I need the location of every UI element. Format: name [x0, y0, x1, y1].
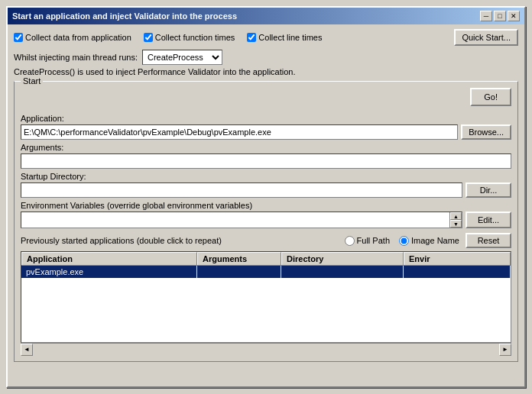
table-row[interactable]: pvExample.exe [21, 266, 511, 278]
startup-dir-input-row: Dir... [21, 182, 511, 198]
full-path-radio-label[interactable]: Full Path [345, 236, 390, 246]
row-environ [404, 266, 511, 278]
reset-button[interactable]: Reset [466, 233, 511, 248]
scroll-left-btn[interactable]: ◄ [21, 344, 33, 356]
arguments-input[interactable] [21, 153, 511, 169]
collect-line-times-checkbox-label[interactable]: Collect line times [247, 33, 322, 42]
collect-data-checkbox-label[interactable]: Collect data from application [14, 33, 131, 42]
env-scroll-down[interactable]: ▼ [450, 220, 462, 228]
row-directory [281, 266, 404, 278]
image-name-radio[interactable] [399, 236, 409, 246]
startup-dir-label: Startup Directory: [21, 172, 511, 181]
image-name-radio-label[interactable]: Image Name [399, 236, 459, 246]
application-row: Application: Browse... [21, 114, 511, 140]
full-path-radio[interactable] [345, 236, 355, 246]
start-group-box: Start Go! Application: Browse... Argumen… [14, 81, 518, 362]
collect-function-times-checkbox-label[interactable]: Collect function times [144, 33, 235, 42]
close-button[interactable]: ✕ [508, 11, 520, 21]
go-button[interactable]: Go! [470, 88, 511, 106]
env-vars-row: Environment Variables (override global e… [21, 201, 511, 228]
col-directory: Directory [281, 252, 404, 265]
env-vars-input-row: ▲ ▼ Edit... [21, 212, 511, 228]
collect-data-checkbox[interactable] [14, 33, 23, 42]
arguments-label: Arguments: [21, 143, 511, 152]
edit-button[interactable]: Edit... [466, 212, 511, 228]
row-arguments [197, 266, 281, 278]
table-body: pvExample.exe [21, 266, 511, 342]
minimize-button[interactable]: ─ [480, 11, 492, 21]
scroll-right-btn[interactable]: ► [499, 344, 511, 356]
application-label: Application: [21, 114, 511, 123]
main-window: Start an application and inject Validato… [6, 6, 526, 388]
window-content: Collect data from application Collect fu… [8, 24, 524, 367]
quick-start-button[interactable]: Quick Start... [454, 29, 518, 46]
application-input[interactable] [21, 124, 458, 140]
startup-dir-row: Startup Directory: Dir... [21, 172, 511, 198]
prev-apps-table: Application Arguments Directory Envir pv… [21, 251, 511, 343]
col-arguments: Arguments [197, 252, 281, 265]
row-application: pvExample.exe [21, 266, 197, 278]
prev-started-label: Previously started applications (double … [21, 236, 345, 245]
prev-started-row: Previously started applications (double … [21, 233, 511, 248]
scroll-track[interactable] [33, 344, 499, 356]
col-environ: Envir [404, 252, 511, 265]
dir-button[interactable]: Dir... [466, 182, 511, 198]
group-box-label: Start [21, 76, 43, 86]
application-input-row: Browse... [21, 124, 511, 140]
collect-function-times-checkbox[interactable] [144, 33, 153, 42]
col-application: Application [21, 252, 197, 265]
top-checkboxes: Collect data from application Collect fu… [14, 33, 454, 42]
startup-dir-input[interactable] [21, 182, 462, 198]
env-scroll-buttons: ▲ ▼ [449, 212, 462, 228]
env-input-wrap: ▲ ▼ [21, 212, 462, 228]
inject-label: Whilst injecting main thread runs: [14, 53, 138, 62]
inject-row: Whilst injecting main thread runs: Creat… [14, 50, 518, 65]
table-header: Application Arguments Directory Envir [21, 252, 511, 266]
collect-line-times-checkbox[interactable] [247, 33, 256, 42]
top-row: Collect data from application Collect fu… [14, 29, 518, 46]
title-bar: Start an application and inject Validato… [8, 8, 524, 24]
browse-button[interactable]: Browse... [461, 124, 511, 140]
maximize-button[interactable]: □ [494, 11, 506, 21]
bottom-scrollbar: ◄ ► [21, 343, 511, 355]
inject-dropdown[interactable]: CreateProcess SuspendThread [142, 50, 222, 65]
env-scroll-up[interactable]: ▲ [450, 212, 462, 220]
arguments-row: Arguments: [21, 143, 511, 169]
info-text: CreateProcess() is used to inject Perfor… [14, 67, 518, 76]
env-vars-input[interactable] [21, 212, 449, 228]
title-bar-buttons: ─ □ ✕ [480, 11, 520, 21]
window-title: Start an application and inject Validato… [12, 11, 237, 21]
env-vars-label: Environment Variables (override global e… [21, 201, 511, 210]
path-radio-group: Full Path Image Name [345, 236, 459, 246]
